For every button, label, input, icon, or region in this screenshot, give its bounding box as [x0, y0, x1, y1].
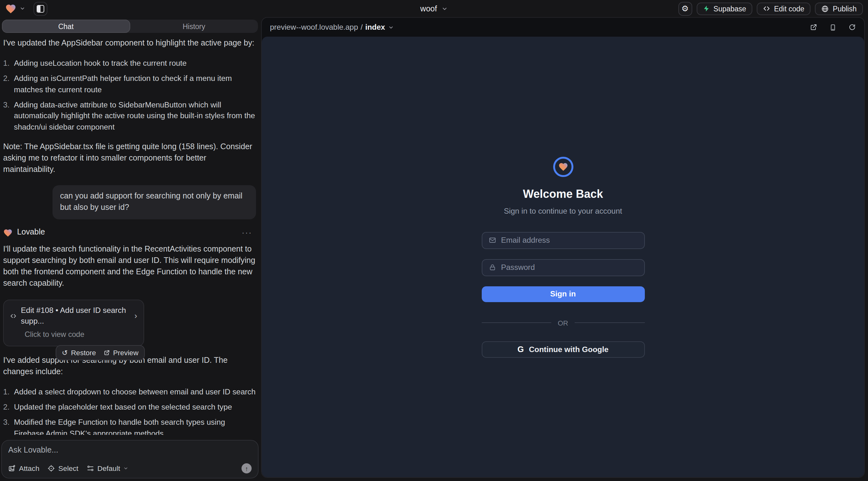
app-window: woof ⚙ Supabase Edit code	[0, 0, 868, 481]
supabase-button[interactable]: Supabase	[696, 2, 753, 15]
external-link-icon	[104, 350, 110, 356]
edit-code-label: Edit code	[774, 5, 804, 12]
login-title: Welcome Back	[523, 187, 603, 201]
edit-card-subtitle: Click to view code	[25, 330, 137, 340]
settings-button[interactable]: ⚙	[678, 2, 692, 15]
list-item: Adding useLocation hook to track the cur…	[3, 58, 256, 69]
chat-history-tabs: Chat History	[2, 20, 258, 33]
edit-code-button[interactable]: Edit code	[757, 2, 811, 15]
preview-viewport: Welcome Back Sign in to continue to your…	[262, 37, 864, 477]
user-message-bubble: can you add support for searching not on…	[53, 186, 256, 220]
chevron-down-icon	[123, 466, 128, 471]
chat-panel: Chat History I've updated the AppSidebar…	[0, 17, 261, 481]
chevron-right-icon: ›	[134, 310, 137, 322]
or-divider: OR	[482, 319, 645, 326]
login-subtitle: Sign in to continue to your account	[504, 206, 622, 215]
preview-url[interactable]: preview--woof.lovable.app	[270, 23, 358, 32]
project-chevron-down-icon	[441, 5, 447, 12]
list-item: Modified the Edge Function to handle bot…	[3, 417, 256, 435]
preview-page-selector[interactable]: index	[365, 23, 385, 32]
page-chevron-down-icon[interactable]	[388, 24, 394, 30]
project-name: woof	[421, 4, 437, 13]
edit-card-title: Edit #108 • Add user ID search supp...	[21, 305, 130, 327]
preview-url-bar: preview--woof.lovable.app / index	[262, 18, 864, 37]
refresh-icon[interactable]	[848, 23, 856, 31]
chat-message-list[interactable]: I've updated the AppSidebar component to…	[1, 33, 258, 435]
attach-button[interactable]: Attach	[8, 464, 39, 472]
assistant-header: Lovable ···	[3, 227, 256, 238]
select-element-button[interactable]: Select	[48, 464, 79, 472]
version-hover-toolbar: ↺ Restore Preview	[56, 345, 145, 360]
google-g-icon: G	[518, 345, 524, 354]
assistant-name: Lovable	[17, 227, 45, 238]
assistant-note: Note: The AppSidebar.tsx file is getting…	[3, 141, 256, 175]
mobile-view-icon[interactable]	[830, 23, 836, 31]
publish-button[interactable]: Publish	[815, 2, 863, 15]
attach-image-icon	[8, 464, 16, 472]
assistant-message-intro-2: I'll update the search functionality in …	[3, 244, 256, 289]
send-arrow-icon: ↑	[245, 465, 248, 472]
google-label: Continue with Google	[529, 345, 609, 354]
preview-panel: preview--woof.lovable.app / index	[261, 17, 865, 478]
lovable-logo-heart-icon[interactable]	[5, 3, 17, 14]
lovable-avatar-heart-icon	[3, 228, 13, 237]
model-selector[interactable]: Default	[87, 464, 128, 472]
chat-input[interactable]	[8, 446, 252, 463]
code-icon	[10, 312, 17, 320]
assistant-message-intro: I've updated the AppSidebar component to…	[3, 38, 256, 49]
list-item: Adding an isCurrentPath helper function …	[3, 73, 256, 95]
list-item: Added a select dropdown to choose betwee…	[3, 387, 256, 398]
globe-icon	[822, 5, 829, 12]
supabase-bolt-icon	[703, 5, 710, 12]
preview-button[interactable]: Preview	[104, 348, 138, 358]
or-label: OR	[558, 319, 568, 326]
edit-version-card[interactable]: Edit #108 • Add user ID search supp... ›…	[3, 299, 144, 346]
app-logo-heart-icon	[558, 161, 568, 171]
crosshair-icon	[48, 464, 55, 472]
password-field[interactable]	[501, 263, 638, 272]
email-field-wrapper	[482, 232, 645, 249]
restore-button[interactable]: ↺ Restore	[62, 348, 96, 358]
publish-label: Publish	[833, 5, 857, 12]
logo-chevron-down-icon[interactable]	[20, 6, 25, 11]
lock-icon	[488, 263, 496, 271]
send-button[interactable]: ↑	[242, 463, 252, 473]
code-icon	[763, 5, 770, 12]
email-field[interactable]	[501, 236, 638, 245]
supabase-label: Supabase	[713, 5, 746, 12]
open-in-new-tab-icon[interactable]	[810, 23, 817, 31]
login-card: Welcome Back Sign in to continue to your…	[482, 156, 645, 357]
tab-history[interactable]: History	[130, 20, 258, 33]
password-field-wrapper	[482, 259, 645, 276]
chat-composer: Attach Select	[1, 440, 258, 478]
tab-chat[interactable]: Chat	[2, 20, 130, 33]
toggle-sidebar-button[interactable]	[33, 2, 48, 15]
project-switcher[interactable]: woof	[421, 4, 448, 13]
restore-icon: ↺	[62, 348, 68, 358]
top-bar: woof ⚙ Supabase Edit code	[0, 0, 868, 17]
sliders-icon	[87, 464, 94, 472]
message-more-menu[interactable]: ···	[242, 227, 252, 238]
continue-with-google-button[interactable]: G Continue with Google	[482, 341, 645, 357]
app-logo-ring	[553, 156, 573, 177]
sign-in-button[interactable]: Sign in	[482, 286, 645, 302]
list-item: Adding data-active attribute to SidebarM…	[3, 100, 256, 133]
assistant-numbered-list: Adding useLocation hook to track the cur…	[3, 58, 256, 133]
envelope-icon	[488, 236, 496, 244]
sidebar-panel-icon	[37, 5, 44, 12]
gear-icon: ⚙	[681, 4, 688, 13]
list-item: Updated the placeholder text based on th…	[3, 402, 256, 413]
url-separator: /	[361, 23, 363, 32]
assistant-numbered-list-2: Added a select dropdown to choose betwee…	[3, 387, 256, 435]
